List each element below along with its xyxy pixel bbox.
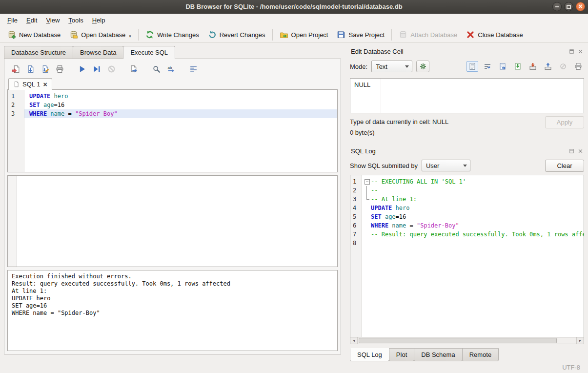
export-results-button[interactable] (127, 62, 140, 75)
log-filter-select[interactable]: User (422, 160, 470, 171)
execute-sql-pane: SQL 1 × 123 UPDATE heroSET age=16WHERE n… (4, 59, 341, 354)
edit-cell-header: Edit Database Cell (350, 46, 584, 57)
mode-label: Mode: (350, 63, 367, 70)
close-database-button[interactable]: Close Database (462, 28, 527, 41)
menu-help[interactable]: Help (88, 15, 110, 26)
mode-select[interactable]: Text (371, 61, 412, 72)
code-line: WHERE name = "Spider-Boy" (362, 221, 584, 230)
sql-editor[interactable]: 123 UPDATE heroSET age=16WHERE name = "S… (7, 89, 338, 172)
code-text: -- (371, 186, 378, 195)
sql-file-tabs: SQL 1 × (7, 77, 338, 90)
find-button[interactable] (150, 62, 162, 75)
execute-all-button[interactable] (76, 62, 88, 75)
results-gutter (8, 176, 17, 267)
save-project-button[interactable]: Save Project (332, 28, 389, 41)
print-sql-button[interactable] (53, 62, 66, 75)
maximize-button[interactable] (564, 2, 573, 11)
set-null-button (557, 61, 569, 72)
scrollbar-track[interactable] (358, 337, 576, 344)
window-controls: × (552, 2, 585, 11)
save-sql-as-icon (41, 65, 49, 73)
open-database-button[interactable]: Open Database▾ (65, 28, 136, 41)
menu-tools[interactable]: Tools (64, 15, 87, 26)
results-grid[interactable] (7, 175, 338, 267)
close-tab-icon[interactable]: × (43, 81, 47, 88)
sql-log-view[interactable]: 12345678 -- EXECUTING ALL IN 'SQL 1'----… (350, 175, 584, 337)
execute-icon (78, 65, 86, 73)
dock-controls (569, 148, 583, 154)
new-database-button[interactable]: New Database (3, 28, 65, 41)
tab-execute-sql[interactable]: Execute SQL (123, 46, 175, 59)
menu-edit[interactable]: Edit (22, 15, 41, 26)
word-wrap-button[interactable] (482, 61, 493, 72)
export-data-button[interactable] (542, 61, 554, 72)
open-file-button[interactable] (497, 61, 508, 72)
dock-tab-plot[interactable]: Plot (389, 348, 414, 361)
line-number: 4 (350, 204, 362, 212)
maximize-icon (567, 5, 571, 9)
tab-database-structure[interactable]: Database Structure (4, 46, 73, 59)
save-sql-icon (26, 65, 35, 73)
minimize-icon (555, 6, 559, 7)
code-text: WHERE name = "Spider-Boy" (29, 109, 118, 118)
line-number: 8 (350, 239, 362, 248)
line-number: 3 (8, 109, 24, 118)
find-replace-button[interactable] (164, 62, 177, 75)
text-mode-button[interactable] (466, 61, 478, 72)
wrap-icon (484, 62, 491, 70)
menu-file[interactable]: File (3, 15, 22, 26)
save-file-button[interactable] (512, 61, 524, 72)
close-dock-icon[interactable] (578, 148, 583, 154)
import-data-button[interactable] (527, 61, 539, 72)
revert-changes-button[interactable]: Revert Changes (203, 28, 270, 41)
undock-icon[interactable] (569, 49, 574, 54)
cell-toolbar (466, 61, 584, 72)
cell-editor[interactable]: NULL (350, 78, 584, 113)
fold-pipe-marker (363, 186, 371, 195)
dock-tab-db-schema[interactable]: DB Schema (414, 348, 462, 361)
encoding-label: UTF-8 (562, 364, 580, 371)
fold-box-marker[interactable] (363, 177, 371, 186)
dock-tab-remote[interactable]: Remote (462, 348, 499, 361)
write-changes-button[interactable]: Write Changes (141, 28, 203, 41)
tab-browse-data[interactable]: Browse Data (73, 46, 123, 59)
auto-format-button[interactable] (187, 62, 200, 75)
execute-current-line-button[interactable] (90, 62, 103, 75)
close-icon: × (578, 3, 582, 10)
log-code: -- EXECUTING ALL IN 'SQL 1'---- At line … (362, 175, 584, 337)
code-text: UPDATE hero (371, 204, 410, 212)
open-sql-file-button[interactable] (9, 62, 22, 75)
close-window-button[interactable]: × (576, 2, 585, 11)
save-sql-file-button[interactable] (24, 62, 37, 75)
stop-execution-button (105, 62, 118, 75)
open-project-button[interactable]: Open Project (275, 28, 333, 41)
log-hscrollbar[interactable]: ◂ ▸ (350, 337, 584, 344)
code-text: UPDATE hero (29, 92, 68, 101)
close-dock-icon[interactable] (578, 49, 583, 54)
titlebar[interactable]: DB Browser for SQLite - /home/user/code/… (0, 0, 588, 14)
clear-log-button[interactable]: Clear (545, 160, 584, 172)
scroll-right-icon[interactable]: ▸ (576, 337, 584, 344)
print-cell-button[interactable] (572, 61, 584, 72)
dock-tab-sql-log[interactable]: SQL Log (350, 348, 389, 361)
line-number: 6 (350, 221, 362, 230)
line-number: 5 (350, 212, 362, 221)
log-controls: Show SQL submitted by User Clear (350, 156, 584, 175)
scrollbar-thumb[interactable] (359, 338, 557, 343)
output-line: WHERE name = "Spider-Boy" (12, 310, 333, 317)
fold-spacer (363, 221, 371, 230)
output-line: At line 1: (12, 288, 333, 295)
log-gutter: 12345678 (350, 175, 362, 337)
execution-output[interactable]: Execution finished without errors.Result… (7, 270, 338, 351)
editor-code: UPDATE heroSET age=16WHERE name = "Spide… (24, 90, 337, 172)
auto-mode-button[interactable] (416, 61, 429, 72)
undock-icon[interactable] (569, 148, 574, 154)
minimize-button[interactable] (552, 2, 562, 11)
fold-spacer (363, 230, 371, 239)
menu-view[interactable]: View (41, 15, 64, 26)
scroll-left-icon[interactable]: ◂ (350, 337, 358, 344)
side-panel: Edit Database Cell Mode: Text NULL (350, 46, 584, 361)
save-sql-file-as-button[interactable] (39, 62, 51, 75)
content: Database StructureBrowse DataExecute SQL… (0, 43, 588, 361)
tab-sql-1[interactable]: SQL 1 × (8, 78, 52, 90)
